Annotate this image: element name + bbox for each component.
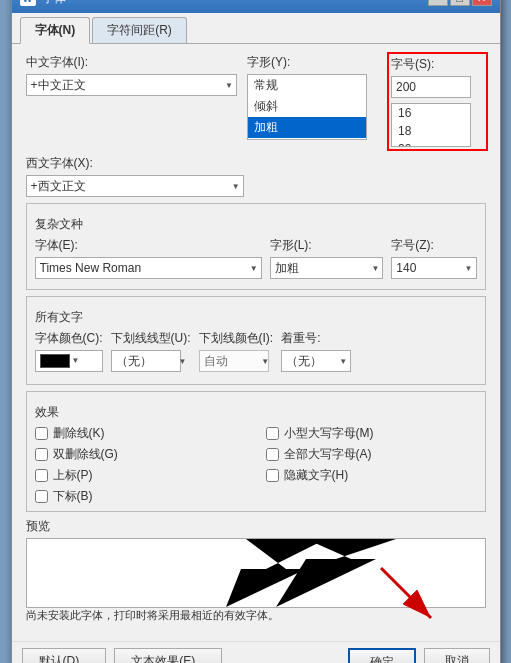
tab-spacing[interactable]: 字符间距(R) bbox=[92, 17, 187, 43]
emphasis-select-wrapper: （无） bbox=[281, 350, 351, 372]
double-strike-item: 双删除线(G) bbox=[35, 446, 246, 463]
complex-size-group: 字号(Z): 140 bbox=[391, 237, 476, 279]
font-color-button[interactable]: ▼ bbox=[35, 350, 103, 372]
complex-font-select-wrapper: Times New Roman bbox=[35, 257, 262, 279]
red-arrow-overlay bbox=[371, 558, 451, 641]
preview-label: 预览 bbox=[26, 518, 486, 535]
subscript-label: 下标(B) bbox=[53, 488, 93, 505]
complex-font-group: 字体(E): Times New Roman bbox=[35, 237, 262, 279]
color-swatch bbox=[40, 354, 70, 368]
subscript-checkbox[interactable] bbox=[35, 490, 48, 503]
double-strike-checkbox[interactable] bbox=[35, 448, 48, 461]
underline-style-select-wrapper: （无） bbox=[111, 350, 191, 372]
style-item-italic[interactable]: 倾斜 bbox=[248, 96, 366, 117]
superscript-item: 上标(P) bbox=[35, 467, 246, 484]
hidden-checkbox[interactable] bbox=[266, 469, 279, 482]
small-caps-item: 小型大写字母(M) bbox=[266, 425, 477, 442]
size-input[interactable] bbox=[391, 76, 471, 98]
all-caps-item: 全部大写字母(A) bbox=[266, 446, 477, 463]
complex-size-select[interactable]: 140 bbox=[391, 257, 476, 279]
effects-title: 效果 bbox=[35, 404, 477, 421]
complex-style-label: 字形(L): bbox=[270, 237, 384, 254]
size-listbox[interactable]: 16 18 20 bbox=[391, 103, 471, 147]
complex-size-label: 字号(Z): bbox=[391, 237, 476, 254]
window-controls: ─ □ ✕ bbox=[428, 0, 492, 6]
small-caps-label: 小型大写字母(M) bbox=[284, 425, 374, 442]
button-row: 默认(D)... 文本效果(E)... 确定 取消 bbox=[12, 641, 500, 664]
red-arrow-svg bbox=[371, 558, 451, 638]
svg-line-3 bbox=[381, 568, 431, 618]
underline-color-select-wrapper: 自动 bbox=[199, 350, 274, 372]
complex-font-row: 字体(E): Times New Roman 字形(L): 加粗 bbox=[35, 237, 477, 279]
dialog-title: 字体 bbox=[42, 0, 66, 7]
complex-size-select-wrapper: 140 bbox=[391, 257, 476, 279]
chinese-font-group: 中文字体(I): +中文正文 bbox=[26, 54, 237, 149]
strikethrough-item: 删除线(K) bbox=[35, 425, 246, 442]
all-text-section: 所有文字 字体颜色(C): ▼ 下划线线型(U): bbox=[26, 296, 486, 385]
complex-section: 复杂文种 字体(E): Times New Roman 字形(L): bbox=[26, 203, 486, 290]
size-label: 字号(S): bbox=[391, 56, 483, 73]
complex-font-select[interactable]: Times New Roman bbox=[35, 257, 262, 279]
underline-style-select[interactable]: （无） bbox=[111, 350, 181, 372]
underline-color-field: 下划线颜色(I): 自动 bbox=[199, 330, 274, 372]
style-item-bolditalic[interactable]: 加粗倾斜 bbox=[248, 138, 366, 140]
style-item-bold[interactable]: 加粗 bbox=[248, 117, 366, 138]
text-effect-button[interactable]: 文本效果(E)... bbox=[114, 648, 222, 664]
western-font-select-wrapper: +西文正文 bbox=[26, 175, 244, 197]
western-font-select[interactable]: +西文正文 bbox=[26, 175, 244, 197]
tab-bar: 字体(N) 字符间距(R) bbox=[12, 13, 500, 44]
complex-style-select[interactable]: 加粗 bbox=[270, 257, 384, 279]
emphasis-label: 着重号: bbox=[281, 330, 351, 347]
maximize-button[interactable]: □ bbox=[450, 0, 470, 6]
style-group: 字形(Y): 常规 倾斜 加粗 加粗倾斜 bbox=[247, 54, 379, 149]
tab-font[interactable]: 字体(N) bbox=[20, 17, 91, 44]
cancel-button[interactable]: 取消 bbox=[424, 648, 490, 664]
underline-style-label: 下划线线型(U): bbox=[111, 330, 191, 347]
strikethrough-label: 删除线(K) bbox=[53, 425, 105, 442]
emphasis-field: 着重号: （无） bbox=[281, 330, 351, 372]
minimize-button[interactable]: ─ bbox=[428, 0, 448, 6]
chinese-font-select-wrapper: +中文正文 bbox=[26, 74, 237, 96]
effects-grid: 删除线(K) 小型大写字母(M) 双删除线(G) 全部大写字母(A) bbox=[35, 425, 477, 505]
chinese-font-select[interactable]: +中文正文 bbox=[26, 74, 237, 96]
all-caps-checkbox[interactable] bbox=[266, 448, 279, 461]
chinese-font-label: 中文字体(I): bbox=[26, 54, 237, 71]
western-font-label: 西文字体(X): bbox=[26, 155, 244, 172]
size-item-16[interactable]: 16 bbox=[392, 104, 470, 122]
complex-style-group: 字形(L): 加粗 bbox=[270, 237, 384, 279]
size-group: 字号(S): 16 18 20 bbox=[389, 54, 485, 149]
underline-color-label: 下划线颜色(I): bbox=[199, 330, 274, 347]
color-dropdown-arrow: ▼ bbox=[72, 356, 80, 365]
superscript-checkbox[interactable] bbox=[35, 469, 48, 482]
title-bar: W 字体 ─ □ ✕ bbox=[12, 0, 500, 13]
close-button[interactable]: ✕ bbox=[472, 0, 492, 6]
double-strike-label: 双删除线(G) bbox=[53, 446, 118, 463]
small-caps-checkbox[interactable] bbox=[266, 427, 279, 440]
western-font-group: 西文字体(X): +西文正文 bbox=[26, 155, 244, 197]
size-item-20[interactable]: 20 bbox=[392, 140, 470, 147]
subscript-item: 下标(B) bbox=[35, 488, 246, 505]
complex-style-select-wrapper: 加粗 bbox=[270, 257, 384, 279]
all-caps-label: 全部大写字母(A) bbox=[284, 446, 372, 463]
hidden-item: 隐藏文字(H) bbox=[266, 467, 477, 484]
dialog-content: 中文字体(I): +中文正文 字形(Y): 常规 倾斜 加粗 加粗倾斜 bbox=[12, 44, 500, 641]
underline-style-field: 下划线线型(U): （无） bbox=[111, 330, 191, 372]
effects-section: 效果 删除线(K) 小型大写字母(M) 双删除线(G) bbox=[26, 391, 486, 512]
superscript-label: 上标(P) bbox=[53, 467, 93, 484]
complex-section-title: 复杂文种 bbox=[35, 216, 477, 233]
strikethrough-checkbox[interactable] bbox=[35, 427, 48, 440]
hidden-label: 隐藏文字(H) bbox=[284, 467, 349, 484]
emphasis-select[interactable]: （无） bbox=[281, 350, 351, 372]
size-item-18[interactable]: 18 bbox=[392, 122, 470, 140]
style-label: 字形(Y): bbox=[247, 54, 379, 71]
font-color-field: 字体颜色(C): ▼ bbox=[35, 330, 103, 372]
all-text-title: 所有文字 bbox=[35, 309, 477, 326]
style-item-regular[interactable]: 常规 bbox=[248, 75, 366, 96]
font-color-label: 字体颜色(C): bbox=[35, 330, 103, 347]
style-listbox[interactable]: 常规 倾斜 加粗 加粗倾斜 bbox=[247, 74, 367, 140]
underline-color-select[interactable]: 自动 bbox=[199, 350, 269, 372]
western-font-row: 西文字体(X): +西文正文 bbox=[26, 155, 486, 197]
ok-button[interactable]: 确定 bbox=[348, 648, 416, 664]
underline-row: 字体颜色(C): ▼ 下划线线型(U): （无） bbox=[35, 330, 477, 372]
default-button[interactable]: 默认(D)... bbox=[22, 648, 107, 664]
